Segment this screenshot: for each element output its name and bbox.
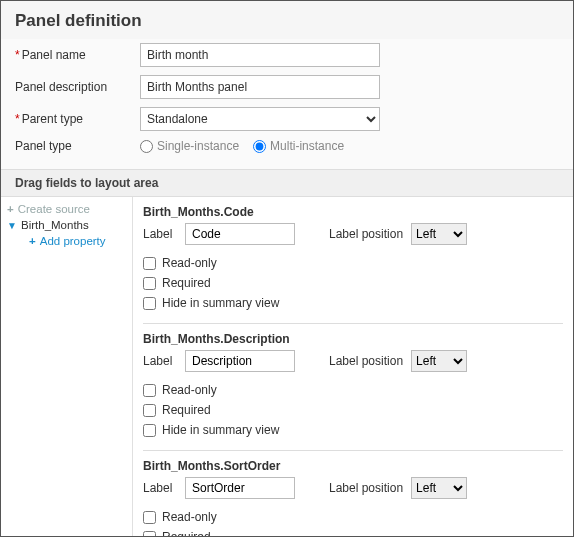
read-only-row[interactable]: Read-only — [143, 507, 563, 527]
label-caption: Label — [143, 227, 177, 241]
label-position-caption: Label position — [329, 481, 403, 495]
read-only-checkbox[interactable] — [143, 511, 156, 524]
read-only-label: Read-only — [162, 256, 217, 270]
form-area: *Panel name Panel description *Parent ty… — [1, 39, 573, 169]
required-row[interactable]: Required — [143, 273, 563, 293]
panel-type-row: Panel type Single-instance Multi-instanc… — [15, 139, 559, 153]
single-instance-label: Single-instance — [157, 139, 239, 153]
multi-instance-label: Multi-instance — [270, 139, 344, 153]
read-only-label: Read-only — [162, 383, 217, 397]
field-title: Birth_Months.SortOrder — [143, 459, 563, 473]
panel-description-input[interactable] — [140, 75, 380, 99]
panel-name-label-text: Panel name — [22, 48, 86, 62]
panel-description-row: Panel description — [15, 75, 559, 99]
panel-name-label: *Panel name — [15, 48, 140, 62]
parent-type-label-text: Parent type — [22, 112, 83, 126]
required-checkbox[interactable] — [143, 531, 156, 538]
plus-icon: + — [7, 203, 14, 215]
panel-name-row: *Panel name — [15, 43, 559, 67]
label-position-caption: Label position — [329, 227, 403, 241]
panel-type-radio-group: Single-instance Multi-instance — [140, 139, 344, 153]
create-source-link[interactable]: + Create source — [7, 201, 126, 217]
hide-summary-label: Hide in summary view — [162, 423, 279, 437]
panel-type-label-text: Panel type — [15, 139, 140, 153]
page-title: Panel definition — [1, 1, 573, 39]
required-checkbox[interactable] — [143, 404, 156, 417]
field-block: Birth_Months.Code Label Label position L… — [143, 203, 563, 323]
label-position-caption: Label position — [329, 354, 403, 368]
source-node[interactable]: ▼ Birth_Months — [7, 217, 126, 233]
field-label-input[interactable] — [185, 223, 295, 245]
drag-fields-header: Drag fields to layout area — [1, 169, 573, 197]
required-asterisk: * — [15, 48, 20, 62]
required-label: Required — [162, 403, 211, 417]
hide-summary-row[interactable]: Hide in summary view — [143, 420, 563, 440]
label-position-select[interactable]: Left — [411, 477, 467, 499]
panel-name-input[interactable] — [140, 43, 380, 67]
plus-icon: + — [29, 235, 36, 247]
field-block: Birth_Months.Description Label Label pos… — [143, 323, 563, 450]
label-caption: Label — [143, 354, 177, 368]
field-title: Birth_Months.Code — [143, 205, 563, 219]
required-row[interactable]: Required — [143, 400, 563, 420]
read-only-checkbox[interactable] — [143, 384, 156, 397]
parent-type-select[interactable]: Standalone — [140, 107, 380, 131]
multi-instance-option[interactable]: Multi-instance — [253, 139, 344, 153]
required-row[interactable]: Required — [143, 527, 563, 537]
field-block: Birth_Months.SortOrder Label Label posit… — [143, 450, 563, 537]
required-checkbox[interactable] — [143, 277, 156, 290]
hide-summary-label: Hide in summary view — [162, 296, 279, 310]
field-label-row: Label Label position Left — [143, 350, 563, 372]
parent-type-label: *Parent type — [15, 112, 140, 126]
add-property-label: Add property — [40, 235, 106, 247]
required-asterisk: * — [15, 112, 20, 126]
field-label-input[interactable] — [185, 477, 295, 499]
multi-instance-radio[interactable] — [253, 140, 266, 153]
source-node-label: Birth_Months — [21, 219, 89, 231]
hide-summary-row[interactable]: Hide in summary view — [143, 293, 563, 313]
field-label-row: Label Label position Left — [143, 223, 563, 245]
create-source-label: Create source — [18, 203, 90, 215]
field-label-row: Label Label position Left — [143, 477, 563, 499]
read-only-label: Read-only — [162, 510, 217, 524]
read-only-row[interactable]: Read-only — [143, 253, 563, 273]
add-property-link[interactable]: + Add property — [7, 233, 126, 249]
hide-summary-checkbox[interactable] — [143, 424, 156, 437]
required-label: Required — [162, 276, 211, 290]
field-label-input[interactable] — [185, 350, 295, 372]
label-caption: Label — [143, 481, 177, 495]
single-instance-radio[interactable] — [140, 140, 153, 153]
parent-type-row: *Parent type Standalone — [15, 107, 559, 131]
required-label: Required — [162, 530, 211, 537]
source-tree: + Create source ▼ Birth_Months + Add pro… — [1, 197, 133, 537]
caret-down-icon: ▼ — [7, 220, 17, 231]
hide-summary-checkbox[interactable] — [143, 297, 156, 310]
read-only-row[interactable]: Read-only — [143, 380, 563, 400]
layout-canvas: Birth_Months.Code Label Label position L… — [133, 197, 573, 537]
label-position-select[interactable]: Left — [411, 223, 467, 245]
read-only-checkbox[interactable] — [143, 257, 156, 270]
field-title: Birth_Months.Description — [143, 332, 563, 346]
single-instance-option[interactable]: Single-instance — [140, 139, 239, 153]
label-position-select[interactable]: Left — [411, 350, 467, 372]
main-area: + Create source ▼ Birth_Months + Add pro… — [1, 197, 573, 537]
panel-description-label-text: Panel description — [15, 80, 140, 94]
